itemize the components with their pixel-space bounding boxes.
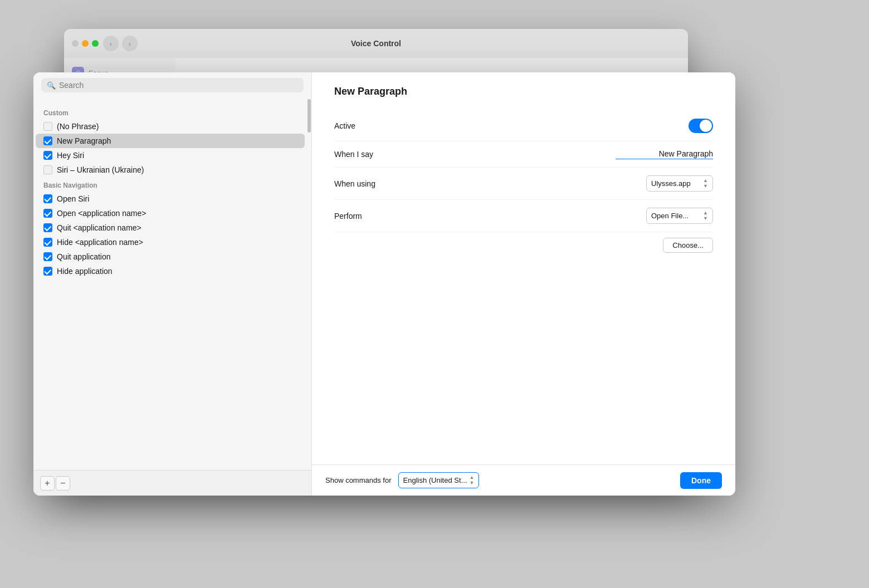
item-label: New Paragraph xyxy=(57,136,111,145)
scrollbar-track[interactable] xyxy=(307,97,311,470)
nav-buttons: ‹ › xyxy=(103,36,138,51)
choose-button[interactable]: Choose... xyxy=(663,238,713,253)
right-bottom-bar: Show commands for English (United St... … xyxy=(312,464,735,496)
toggle-knob xyxy=(700,120,712,132)
checkbox-no-phrase[interactable] xyxy=(43,122,52,131)
list-item-open-app[interactable]: Open <application name> xyxy=(36,206,305,220)
item-label: Hide application xyxy=(57,267,113,276)
search-icon: 🔍 xyxy=(47,81,56,90)
detail-row-active: Active xyxy=(334,111,713,141)
checkbox-hide-app[interactable] xyxy=(43,238,52,247)
detail-row-perform: Perform Open File... ▲ ▼ xyxy=(334,200,713,232)
forward-button[interactable]: › xyxy=(122,36,138,51)
close-button[interactable] xyxy=(72,40,79,47)
section-header-basic-nav: Basic Navigation xyxy=(33,177,307,192)
item-label: (No Phrase) xyxy=(57,122,99,131)
left-panel-inner: Custom (No Phrase) New Paragraph Hey xyxy=(33,97,311,470)
section-header-custom: Custom xyxy=(33,105,307,119)
item-label: Siri – Ukrainian (Ukraine) xyxy=(57,165,144,174)
main-layout: 🔍 Custom (No Phrase) New Par xyxy=(33,72,735,496)
search-container: 🔍 xyxy=(33,72,311,97)
dropdown-arrows-icon: ▲ ▼ xyxy=(703,178,708,189)
window-title: Voice Control xyxy=(351,39,401,48)
checkbox-siri-ukraine[interactable] xyxy=(43,165,52,174)
active-toggle[interactable] xyxy=(689,119,713,133)
minimize-button[interactable] xyxy=(82,40,89,47)
list-item-siri-ukraine[interactable]: Siri – Ukrainian (Ukraine) xyxy=(36,163,305,177)
done-button[interactable]: Done xyxy=(680,472,722,489)
search-field[interactable]: 🔍 xyxy=(41,78,304,92)
show-commands-label: Show commands for xyxy=(325,476,392,484)
item-label: Quit <application name> xyxy=(57,223,141,232)
checkbox-new-paragraph[interactable] xyxy=(43,136,52,145)
item-label: Hide <application name> xyxy=(57,238,143,247)
active-label: Active xyxy=(334,121,434,130)
when-i-say-label: When I say xyxy=(334,150,434,159)
checkbox-open-siri[interactable] xyxy=(43,194,52,203)
bottom-toolbar: + − xyxy=(33,470,311,496)
item-label: Hey Siri xyxy=(57,151,84,160)
when-using-dropdown-value: Ulysses.app xyxy=(651,179,691,188)
item-label: Quit application xyxy=(57,252,111,261)
language-dropdown[interactable]: English (United St... ▲ ▼ xyxy=(398,472,480,488)
language-arrows-icon: ▲ ▼ xyxy=(469,475,474,486)
when-using-value: Ulysses.app ▲ ▼ xyxy=(434,175,713,192)
list-item-hide-app[interactable]: Hide <application name> xyxy=(36,235,305,249)
commands-list: Custom (No Phrase) New Paragraph Hey xyxy=(33,97,307,470)
language-value: English (United St... xyxy=(403,476,467,484)
detail-title: New Paragraph xyxy=(334,86,713,97)
checkbox-quit-app[interactable] xyxy=(43,223,52,232)
active-value xyxy=(434,119,713,133)
list-item-quit-application[interactable]: Quit application xyxy=(36,249,305,264)
checkbox-open-app[interactable] xyxy=(43,209,52,218)
right-content: New Paragraph Active When I say xyxy=(312,72,735,464)
list-item-hey-siri[interactable]: Hey Siri xyxy=(36,148,305,163)
checkbox-hide-application[interactable] xyxy=(43,267,52,276)
when-i-say-value xyxy=(434,149,713,159)
list-item[interactable]: (No Phrase) xyxy=(36,119,305,134)
checkbox-quit-application[interactable] xyxy=(43,252,52,261)
scrollbar-thumb[interactable] xyxy=(307,99,311,133)
traffic-lights xyxy=(72,40,99,47)
detail-row-when-i-say: When I say xyxy=(334,141,713,168)
right-panel: New Paragraph Active When I say xyxy=(312,72,735,496)
maximize-button[interactable] xyxy=(92,40,99,47)
dropdown-arrows-perform-icon: ▲ ▼ xyxy=(703,210,708,221)
add-command-button[interactable]: + xyxy=(40,476,55,491)
list-item-open-siri[interactable]: Open Siri xyxy=(36,192,305,206)
remove-command-button[interactable]: − xyxy=(56,476,70,491)
perform-dropdown[interactable]: Open File... ▲ ▼ xyxy=(646,208,713,224)
phrase-input[interactable] xyxy=(616,149,713,159)
left-panel: 🔍 Custom (No Phrase) New Par xyxy=(33,72,312,496)
search-input[interactable] xyxy=(59,81,298,90)
main-dialog: 🔍 Custom (No Phrase) New Par xyxy=(33,72,735,496)
bg-titlebar: ‹ › Voice Control xyxy=(64,29,688,58)
list-item-quit-app[interactable]: Quit <application name> xyxy=(36,220,305,235)
item-label: Open Siri xyxy=(57,194,89,203)
perform-label: Perform xyxy=(334,212,434,220)
perform-value: Open File... ▲ ▼ xyxy=(434,208,713,224)
checkbox-hey-siri[interactable] xyxy=(43,151,52,160)
perform-dropdown-value: Open File... xyxy=(651,212,689,220)
detail-row-when-using: When using Ulysses.app ▲ ▼ xyxy=(334,168,713,200)
when-using-label: When using xyxy=(334,179,434,188)
list-item-new-paragraph[interactable]: New Paragraph xyxy=(36,134,305,148)
back-button[interactable]: ‹ xyxy=(103,36,119,51)
choose-row: Choose... xyxy=(334,232,713,253)
list-item-hide-application[interactable]: Hide application xyxy=(36,264,305,278)
when-using-dropdown[interactable]: Ulysses.app ▲ ▼ xyxy=(646,175,713,192)
item-label: Open <application name> xyxy=(57,209,146,218)
